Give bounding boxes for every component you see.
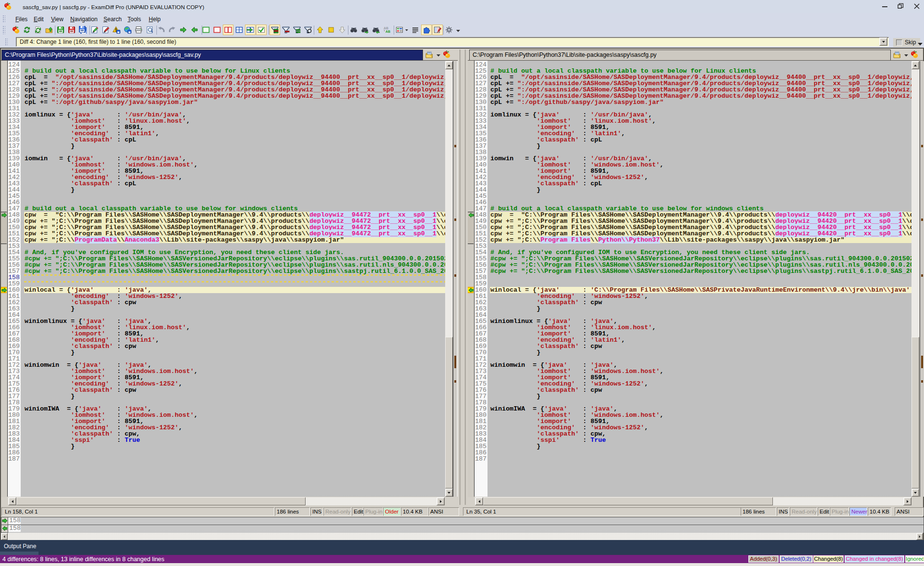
svg-text:AB: AB [384, 26, 388, 30]
svg-text:AB: AB [385, 30, 390, 33]
